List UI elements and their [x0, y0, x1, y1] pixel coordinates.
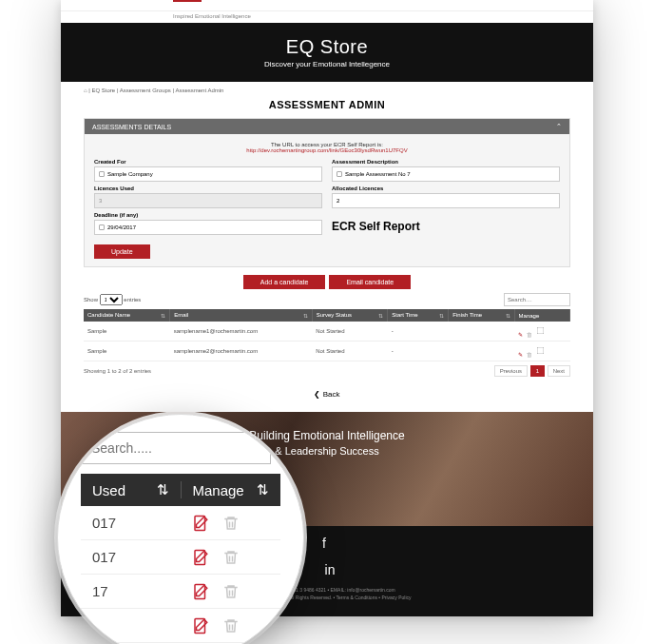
sort-icon: ⇅ [303, 312, 308, 319]
col-name[interactable]: Candidate Name⇅ [84, 309, 170, 322]
sort-icon: ⇅ [378, 312, 383, 319]
report-type: ECR Self Report [332, 220, 560, 233]
edit-icon[interactable] [192, 549, 209, 566]
show-label: Show [84, 297, 98, 302]
hero-banner: EQ Store Discover your Emotional Intelle… [61, 23, 593, 82]
delete-icon[interactable]: 🗑 [527, 352, 532, 358]
zoom-row: 17 [81, 575, 280, 609]
crumb-groups[interactable]: Assessment Groups [120, 88, 171, 93]
sort-icon[interactable]: ⇅ [157, 481, 169, 498]
candidates-table: Candidate Name⇅ Email⇅ Survey Status⇅ St… [84, 309, 570, 361]
description-input[interactable]: Sample Assessment No 7 [332, 166, 560, 182]
table-info: Showing 1 to 2 of 2 entries [84, 368, 151, 374]
table-search-input[interactable] [504, 293, 570, 306]
edit-icon[interactable] [192, 617, 209, 634]
zoom-col-manage[interactable]: Manage [193, 482, 244, 498]
page-size-select[interactable]: 10 [100, 294, 123, 305]
magnifier-overlay: Used⇅ Manage⇅ 01701717 [57, 414, 304, 644]
col-status[interactable]: Survey Status⇅ [312, 309, 388, 322]
table-row: Samplesamplename1@rochemartin.comNot Sta… [84, 322, 570, 342]
email-candidate-button[interactable]: Email candidate [329, 275, 411, 289]
zoom-cell-used: 017 [81, 515, 181, 531]
next-page[interactable]: Next [548, 365, 570, 377]
licences-used-label: Licences Used [94, 185, 322, 191]
table-row: Samplesamplename2@rochemartin.comNot Sta… [84, 342, 570, 361]
sort-icon: ⇅ [439, 312, 444, 319]
breadcrumb: ⌂ | EQ Store | Assessment Groups | Asses… [61, 82, 593, 95]
hero-title: EQ Store [61, 36, 593, 58]
back-link[interactable]: ❮ Back [61, 384, 593, 412]
delete-icon[interactable] [222, 582, 240, 601]
delete-icon[interactable]: 🗑 [527, 332, 532, 338]
deadline-input[interactable]: 29/04/2017 [94, 220, 322, 235]
allocated-input[interactable]: 2 [332, 193, 560, 208]
zoom-row [81, 609, 280, 643]
facebook-icon[interactable]: f [322, 536, 326, 551]
edit-icon[interactable]: ✎ [518, 332, 523, 338]
zoom-row: 017 [81, 506, 280, 540]
sort-icon: ⇅ [161, 312, 165, 319]
created-for-label: Created For [94, 159, 322, 165]
field-icon [99, 171, 105, 177]
field-icon [337, 171, 342, 177]
licences-used-input: 3 [94, 193, 322, 208]
home-icon[interactable]: ⌂ [84, 88, 87, 93]
col-manage: Manage [514, 309, 569, 322]
allocated-label: Allocated Licences [332, 185, 560, 191]
top-nav [61, 0, 593, 11]
created-for-input[interactable]: Sample Company [94, 166, 322, 182]
add-candidate-button[interactable]: Add a candidate [243, 275, 326, 289]
edit-icon[interactable] [192, 583, 209, 600]
zoom-search-input[interactable] [81, 432, 271, 464]
brand-tagline: Inspired Emotional Intelligence [61, 11, 593, 23]
edit-icon[interactable]: ✎ [518, 352, 523, 358]
delete-icon[interactable] [222, 548, 240, 567]
description-label: Assessment Description [332, 159, 560, 165]
crumb-eqstore[interactable]: EQ Store [92, 88, 116, 93]
col-start[interactable]: Start Time⇅ [388, 309, 449, 322]
collapse-icon[interactable]: ⌃ [556, 123, 562, 130]
footer-line1: Building Emotional Intelligence [249, 429, 404, 444]
edit-icon[interactable] [192, 515, 209, 532]
col-email[interactable]: Email⇅ [170, 309, 312, 322]
report-url[interactable]: http://dev.rochemartingroup.com/link/GEo… [94, 147, 560, 153]
sort-icon[interactable]: ⇅ [257, 481, 269, 498]
details-panel: ASSESSMENTS DETAILS ⌃ The URL to access … [84, 118, 570, 267]
page-1[interactable]: 1 [530, 365, 545, 377]
page-title: ASSESSMENT ADMIN [61, 95, 593, 118]
row-checkbox[interactable] [536, 347, 544, 355]
hero-subtitle: Discover your Emotional Intellegence [61, 60, 593, 68]
zoom-cell-used: 017 [81, 549, 181, 565]
row-checkbox[interactable] [536, 327, 544, 335]
zoom-col-used[interactable]: Used [92, 482, 125, 498]
deadline-label: Deadline (if any) [94, 212, 322, 218]
zoom-cell-used: 17 [81, 583, 181, 599]
entries-label: entries [124, 297, 141, 302]
calendar-icon [99, 224, 105, 230]
delete-icon[interactable] [222, 514, 240, 533]
col-finish[interactable]: Finish Time⇅ [449, 309, 514, 322]
crumb-current: Assessment Admin [175, 88, 223, 93]
zoom-row: 017 [81, 540, 280, 575]
delete-icon[interactable] [222, 616, 240, 635]
linkedin-icon[interactable]: in [325, 562, 336, 577]
sort-icon: ⇅ [506, 312, 510, 319]
prev-page[interactable]: Previous [494, 365, 528, 377]
panel-heading: ASSESSMENTS DETAILS [92, 124, 171, 130]
update-button[interactable]: Update [94, 244, 150, 259]
